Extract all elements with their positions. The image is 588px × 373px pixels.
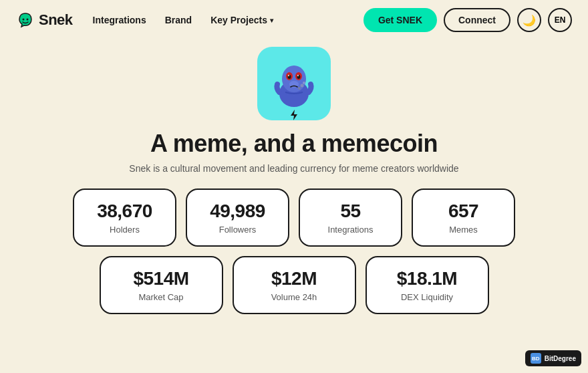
stat-holders: 38,670 Holders [73, 189, 176, 247]
snake-mascot-icon [264, 53, 324, 114]
svg-point-0 [23, 19, 25, 21]
hero-subtitle: Snek is a cultural movement and leading … [129, 163, 458, 174]
svg-point-1 [27, 19, 29, 21]
nav-key-projects[interactable]: Key Projects ▾ [210, 15, 273, 25]
stat-volume-value: $12M [271, 268, 317, 289]
stat-integrations-value: 55 [340, 201, 360, 222]
stat-followers-label: Followers [219, 225, 257, 235]
hero-section: A meme, and a memecoin Snek is a cultura… [0, 40, 588, 174]
bitdegree-text: BitDegree [545, 355, 576, 362]
stat-volume-label: Volume 24h [271, 292, 317, 302]
svg-point-9 [297, 75, 299, 76]
logo[interactable]: Snek [16, 11, 73, 29]
stat-followers-value: 49,989 [210, 201, 265, 222]
nav-links: Integrations Brand Key Projects ▾ [93, 15, 363, 25]
stat-market-cap-value: $514M [133, 268, 188, 289]
stat-holders-label: Holders [110, 225, 140, 235]
lightning-icon [287, 108, 301, 120]
language-button[interactable]: EN [548, 8, 572, 32]
stat-market-cap: $514M Market Cap [100, 256, 223, 314]
svg-point-11 [298, 87, 301, 90]
stats-row-1: 38,670 Holders 49,989 Followers 55 Integ… [73, 189, 515, 247]
stats-row-2: $514M Market Cap $12M Volume 24h $18.1M … [100, 256, 489, 314]
svg-marker-14 [291, 110, 297, 120]
stat-memes: 657 Memes [412, 189, 515, 247]
navbar: Snek Integrations Brand Key Projects ▾ G… [0, 0, 588, 40]
logo-text: Snek [39, 11, 73, 29]
svg-point-3 [282, 66, 306, 92]
dark-mode-button[interactable]: 🌙 [517, 8, 541, 32]
get-snek-button[interactable]: Get SNEK [363, 8, 437, 32]
hero-image [257, 47, 331, 120]
hero-title: A meme, and a memecoin [150, 130, 438, 158]
logo-icon [16, 11, 35, 29]
stat-dex-liquidity: $18.1M DEX Liquidity [365, 256, 489, 314]
nav-integrations[interactable]: Integrations [93, 15, 146, 25]
stat-market-cap-label: Market Cap [138, 292, 183, 302]
stat-holders-value: 38,670 [97, 201, 152, 222]
nav-brand[interactable]: Brand [165, 15, 192, 25]
nav-right: Get SNEK Connect 🌙 EN [363, 8, 572, 32]
stat-memes-label: Memes [449, 225, 478, 235]
svg-point-13 [303, 82, 305, 84]
stat-followers: 49,989 Followers [186, 189, 289, 247]
stats-section: 38,670 Holders 49,989 Followers 55 Integ… [0, 189, 588, 314]
bitdegree-icon: BD [531, 353, 541, 364]
stat-dex-label: DEX Liquidity [401, 292, 453, 302]
stat-dex-value: $18.1M [397, 268, 457, 289]
bitdegree-badge[interactable]: BD BitDegree [525, 350, 581, 366]
connect-button[interactable]: Connect [444, 8, 510, 32]
svg-point-8 [288, 75, 289, 76]
chevron-down-icon: ▾ [270, 17, 273, 24]
stat-integrations: 55 Integrations [299, 189, 402, 247]
moon-icon: 🌙 [523, 14, 536, 27]
stat-integrations-label: Integrations [328, 225, 374, 235]
stat-volume: $12M Volume 24h [233, 256, 356, 314]
stat-memes-value: 657 [448, 201, 478, 222]
svg-point-12 [301, 84, 304, 88]
